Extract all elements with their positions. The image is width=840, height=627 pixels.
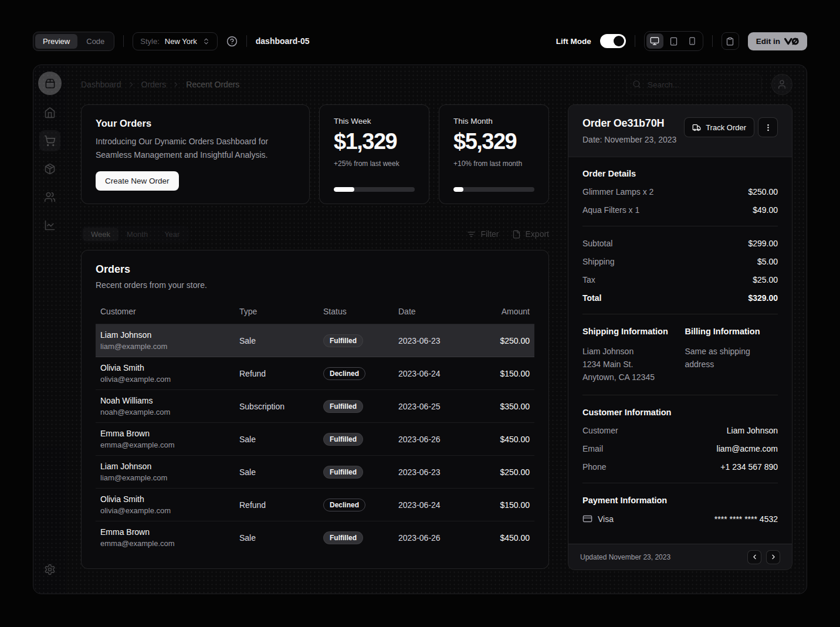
payment-method: Visa bbox=[598, 514, 614, 524]
item-value: $49.00 bbox=[753, 205, 778, 215]
order-amount: $450.00 bbox=[472, 429, 534, 450]
separator bbox=[582, 395, 778, 395]
track-order-label: Track Order bbox=[706, 123, 746, 132]
home-icon bbox=[44, 107, 56, 118]
chevrons-up-down-icon bbox=[202, 38, 210, 45]
smartphone-view-button[interactable] bbox=[684, 33, 701, 49]
create-new-order-button[interactable]: Create New Order bbox=[96, 171, 179, 191]
chevron-right-icon bbox=[127, 80, 136, 89]
order-date: 2023-06-24 bbox=[394, 363, 472, 384]
billing-info-block: Billing Information Same as shipping add… bbox=[685, 327, 778, 384]
status-badge: Declined bbox=[323, 499, 365, 511]
sidebar-item-products[interactable] bbox=[39, 158, 60, 179]
card-number: **** **** **** 4532 bbox=[714, 514, 778, 524]
edit-in-v0-button[interactable]: Edit in bbox=[748, 32, 807, 50]
help-button[interactable] bbox=[226, 36, 238, 47]
table-row[interactable]: Emma Brownemma@example.com Sale Fulfille… bbox=[96, 423, 534, 456]
help-circle-icon bbox=[226, 36, 238, 47]
order-date: 2023-06-26 bbox=[394, 527, 472, 548]
sidebar-item-home[interactable] bbox=[39, 102, 60, 123]
table-row[interactable]: Noah Williamsnoah@example.com Subscripti… bbox=[96, 390, 534, 423]
user-avatar[interactable] bbox=[771, 74, 792, 95]
device-size-group bbox=[644, 31, 703, 51]
customer-row-label: Customer bbox=[582, 426, 618, 435]
next-order-button[interactable] bbox=[766, 550, 780, 564]
desktop-view-button[interactable] bbox=[646, 33, 663, 49]
filter-label: Filter bbox=[480, 229, 499, 239]
filter-button[interactable]: Filter bbox=[467, 229, 499, 239]
card-description: Introducing Our Dynamic Orders Dashboard… bbox=[96, 135, 284, 162]
toggle-knob bbox=[614, 36, 624, 46]
divider bbox=[712, 35, 713, 47]
order-type: Sale bbox=[235, 527, 319, 548]
edit-in-label: Edit in bbox=[756, 37, 780, 46]
order-more-menu-button[interactable] bbox=[758, 117, 778, 137]
card-title: Your Orders bbox=[96, 118, 295, 129]
search-input[interactable] bbox=[626, 74, 762, 95]
status-badge: Declined bbox=[323, 367, 365, 380]
store-logo[interactable] bbox=[38, 72, 62, 95]
package-logo-icon bbox=[45, 78, 56, 89]
customer-email: liam@example.com bbox=[100, 342, 230, 351]
billing-heading: Billing Information bbox=[685, 327, 778, 336]
dashboard-preview-frame: Dashboard Orders Recent Orders Your Orde… bbox=[33, 65, 807, 594]
item-value: $250.00 bbox=[748, 187, 778, 196]
tablet-view-button[interactable] bbox=[665, 33, 682, 49]
customer-email: olivia@example.com bbox=[100, 375, 230, 384]
users-icon bbox=[44, 191, 56, 203]
status-badge: Fulfilled bbox=[323, 531, 363, 544]
customer-name: Noah Williams bbox=[100, 396, 230, 405]
sidebar-item-settings[interactable] bbox=[39, 559, 60, 580]
summary-row: Subtotal $299.00 bbox=[582, 239, 778, 248]
separator bbox=[582, 314, 778, 314]
sidebar bbox=[33, 65, 67, 594]
customer-name: Olivia Smith bbox=[100, 363, 230, 372]
column-header: Type bbox=[235, 301, 319, 324]
customer-row-value: Liam Johnson bbox=[727, 426, 778, 435]
style-select[interactable]: Style: New York bbox=[133, 32, 217, 50]
table-row[interactable]: Olivia Smitholivia@example.com Refund De… bbox=[96, 357, 534, 390]
order-details-heading: Order Details bbox=[582, 169, 778, 178]
table-header-row: Customer Type Status Date Amount bbox=[96, 301, 534, 324]
this-month-card: This Month $5,329 +10% from last month bbox=[439, 104, 549, 204]
search-box bbox=[626, 74, 762, 95]
customer-email: emma@example.com bbox=[100, 440, 230, 449]
stat-label: This Month bbox=[453, 117, 534, 126]
shopping-cart-icon bbox=[44, 135, 56, 147]
table-row[interactable]: Olivia Smitholivia@example.com Refund De… bbox=[96, 489, 534, 521]
track-order-button[interactable]: Track Order bbox=[684, 117, 754, 137]
lift-mode-toggle[interactable] bbox=[600, 34, 626, 48]
breadcrumb-orders[interactable]: Orders bbox=[141, 80, 167, 89]
export-button[interactable]: Export bbox=[512, 229, 549, 239]
preview-toolbar: Preview Code Style: New York dashboard-0… bbox=[33, 29, 807, 53]
summary-value: $329.00 bbox=[748, 293, 778, 303]
breadcrumb-recent-orders: Recent Orders bbox=[186, 80, 239, 89]
sidebar-item-customers[interactable] bbox=[39, 187, 60, 208]
previous-order-button[interactable] bbox=[747, 550, 761, 564]
sidebar-item-analytics[interactable] bbox=[39, 215, 60, 236]
breadcrumb-dashboard[interactable]: Dashboard bbox=[81, 80, 121, 89]
stat-value: $5,329 bbox=[453, 129, 534, 154]
preview-tab[interactable]: Preview bbox=[35, 34, 77, 49]
code-tab[interactable]: Code bbox=[79, 34, 112, 49]
order-date: 2023-06-25 bbox=[394, 396, 472, 417]
search-icon bbox=[632, 80, 641, 89]
table-row[interactable]: Liam Johnsonliam@example.com Sale Fulfil… bbox=[96, 324, 534, 357]
order-date: 2023-06-26 bbox=[394, 429, 472, 450]
table-row[interactable]: Liam Johnsonliam@example.com Sale Fulfil… bbox=[96, 456, 534, 489]
shipping-line: Liam Johnson bbox=[582, 345, 676, 358]
truck-icon bbox=[692, 123, 701, 132]
customer-name: Liam Johnson bbox=[100, 462, 230, 471]
tab-year[interactable]: Year bbox=[156, 228, 188, 241]
divider bbox=[246, 35, 247, 47]
table-row[interactable]: Emma Brownemma@example.com Sale Fulfille… bbox=[96, 521, 534, 554]
customer-name: Emma Brown bbox=[100, 527, 230, 537]
chevron-right-icon bbox=[172, 80, 180, 89]
credit-card-icon bbox=[582, 514, 592, 524]
tab-week[interactable]: Week bbox=[83, 228, 118, 241]
sidebar-item-orders[interactable] bbox=[39, 130, 60, 151]
copy-code-button[interactable] bbox=[722, 32, 739, 50]
tab-month[interactable]: Month bbox=[118, 228, 156, 241]
payment-info-heading: Payment Information bbox=[582, 496, 778, 505]
style-value: New York bbox=[165, 37, 197, 46]
